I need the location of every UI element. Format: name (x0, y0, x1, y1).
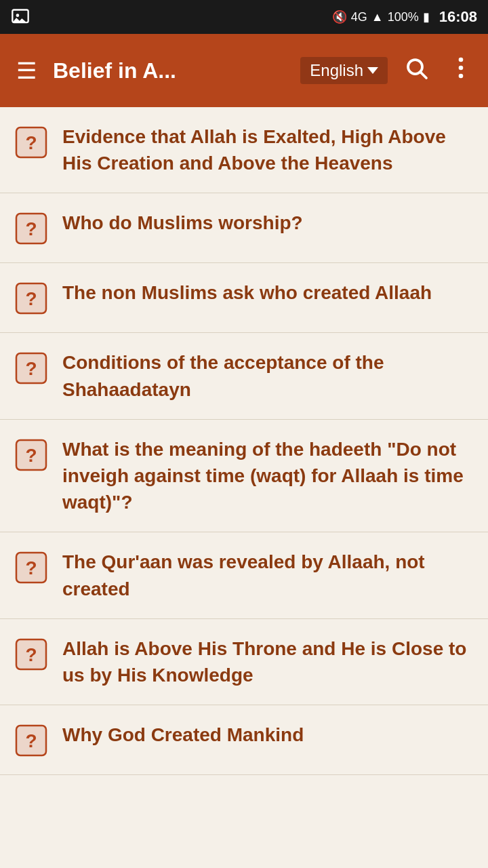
article-icon: ? (14, 637, 49, 672)
svg-point-4 (459, 58, 464, 62)
more-options-icon[interactable] (445, 50, 477, 91)
article-icon: ? (14, 281, 49, 316)
article-title: The non Muslims ask who created Allaah (62, 279, 474, 306)
status-bar: 🔇 4G ▲ 100% ▮ 16:08 (0, 0, 488, 34)
list-item[interactable]: ? What is the meaning of the hadeeth "Do… (0, 420, 488, 533)
svg-text:?: ? (25, 730, 37, 751)
svg-text:?: ? (25, 445, 37, 466)
article-title: Why God Created Mankind (62, 722, 474, 748)
list-item[interactable]: ? Who do Muslims worship? (0, 193, 488, 263)
search-icon[interactable] (399, 50, 434, 91)
article-icon: ? (14, 351, 49, 386)
article-title: Allah is Above His Throne and He is Clos… (62, 635, 474, 688)
chevron-down-icon (367, 67, 378, 74)
svg-text:?: ? (25, 132, 37, 153)
battery-icon: ▮ (423, 9, 430, 24)
article-title: Evidence that Allah is Exalted, High Abo… (62, 123, 474, 176)
signal-icon: ▲ (371, 10, 384, 24)
list-item[interactable]: ? The non Muslims ask who created Allaah (0, 263, 488, 333)
article-title: Who do Muslims worship? (62, 210, 474, 236)
svg-text:?: ? (25, 358, 37, 379)
network-type: 4G (351, 10, 367, 24)
language-label: English (310, 61, 363, 80)
svg-point-6 (459, 74, 464, 79)
article-list: ? Evidence that Allah is Exalted, High A… (0, 107, 488, 775)
article-icon: ? (14, 723, 49, 758)
list-item[interactable]: ? Why God Created Mankind (0, 705, 488, 775)
svg-text:?: ? (25, 557, 37, 578)
article-title: What is the meaning of the hadeeth "Do n… (62, 436, 474, 516)
svg-text:?: ? (25, 288, 37, 309)
svg-text:?: ? (25, 644, 37, 665)
list-item[interactable]: ? Evidence that Allah is Exalted, High A… (0, 107, 488, 193)
language-selector[interactable]: English (300, 57, 388, 84)
article-icon: ? (14, 437, 49, 473)
list-item[interactable]: ? The Qur'aan was revealed by Allaah, no… (0, 532, 488, 618)
article-title: The Qur'aan was revealed by Allaah, not … (62, 549, 474, 601)
article-icon: ? (14, 550, 49, 585)
clock: 16:08 (439, 8, 477, 26)
mute-icon: 🔇 (332, 9, 347, 24)
svg-line-3 (421, 73, 426, 78)
battery-percent: 100% (388, 10, 419, 24)
list-item[interactable]: ? Allah is Above His Throne and He is Cl… (0, 619, 488, 705)
article-icon: ? (14, 125, 49, 160)
list-item[interactable]: ? Conditions of the acceptance of the Sh… (0, 333, 488, 419)
toolbar: ☰ Belief in A... English (0, 34, 488, 107)
article-title: Conditions of the acceptance of the Shah… (62, 349, 474, 402)
article-icon: ? (14, 211, 49, 246)
svg-point-5 (459, 66, 464, 71)
page-title: Belief in A... (53, 58, 289, 83)
svg-point-1 (16, 14, 20, 17)
menu-icon[interactable]: ☰ (11, 52, 42, 90)
status-bar-left (11, 7, 30, 26)
status-icons-right: 🔇 4G ▲ 100% ▮ 16:08 (332, 8, 477, 26)
svg-text:?: ? (25, 218, 37, 239)
